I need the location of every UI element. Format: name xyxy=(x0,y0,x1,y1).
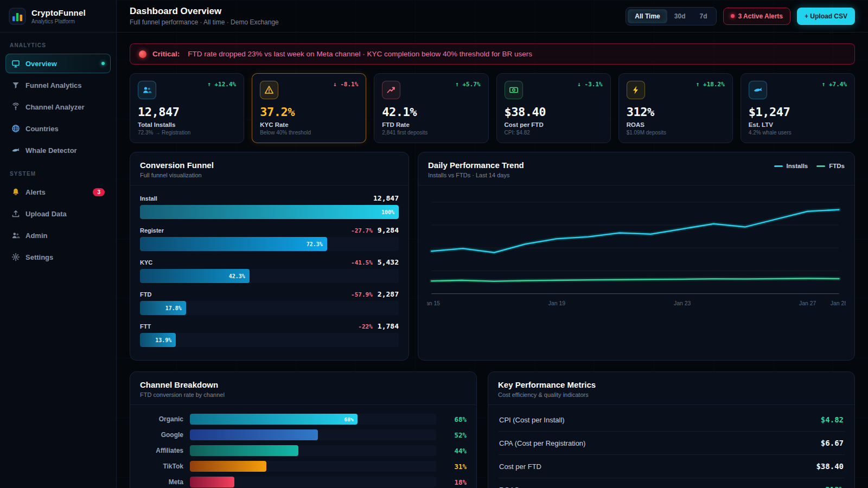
channel-label: Google xyxy=(140,431,183,439)
panel-subtitle: FTD conversion rate by channel xyxy=(140,391,225,398)
sidebar-item-countries[interactable]: Countries xyxy=(5,119,111,138)
kpi-value: 37.2% xyxy=(260,105,358,119)
sidebar-item-funnel-analytics[interactable]: Funnel Analytics xyxy=(5,75,111,95)
stage-value: 5,432 xyxy=(378,258,399,266)
kpi-delta: ↑ +7.4% xyxy=(822,81,847,88)
nav-label: Upload Data xyxy=(25,210,67,218)
kpi-delta: ↓ -8.1% xyxy=(333,81,358,88)
panel-title: Daily Performance Trend xyxy=(428,160,524,170)
svg-text:Jan 23: Jan 23 xyxy=(674,300,691,306)
kpi-delta: ↑ +18.2% xyxy=(696,81,725,88)
stage-change: -41.5% xyxy=(351,259,373,266)
kpi-label: KYC Rate xyxy=(260,121,358,128)
stage-change: -57.9% xyxy=(351,291,373,298)
whale-icon xyxy=(11,146,20,155)
panel-subtitle: Installs vs FTDs · Last 14 days xyxy=(428,172,524,178)
sidebar-item-admin[interactable]: Admin xyxy=(5,226,111,245)
antenna-icon xyxy=(11,102,20,111)
kpi-value: 12,847 xyxy=(138,105,236,119)
upload-csv-button[interactable]: + Upload CSV xyxy=(797,8,855,25)
kpi-value: $1,247 xyxy=(749,105,847,119)
kpi-value: 42.1% xyxy=(382,105,480,119)
metric-label: ROAS xyxy=(499,486,519,488)
stage-change: -22% xyxy=(358,323,373,330)
kpi-delta: ↑ +12.4% xyxy=(207,81,236,88)
stage-label: Register xyxy=(140,227,164,234)
active-alerts-label: 3 Active Alerts xyxy=(738,12,783,20)
legend-installs[interactable]: Installs xyxy=(774,163,808,169)
kpi-sub: CPI: $4.82 xyxy=(505,130,603,136)
metric-value: $6.67 xyxy=(821,439,844,447)
kpi-card-roas: ↑ +18.2% 312% ROAS $1.09M deposits xyxy=(618,73,733,143)
funnel-stage-ftd: FTD-57.9%2,287 17.8% xyxy=(140,290,399,315)
globe-icon xyxy=(11,124,20,133)
tab-30d[interactable]: 30d xyxy=(667,9,693,23)
conversion-funnel-panel: Conversion Funnel Full funnel visualizat… xyxy=(130,152,409,361)
nav-label: Overview xyxy=(25,60,57,68)
funnel-icon xyxy=(11,81,20,89)
metric-label: CPA (Cost per Registration) xyxy=(499,439,585,447)
funnel-bar: 42.3% xyxy=(140,269,250,283)
channel-row-tiktok: TikTok 31% xyxy=(140,461,467,472)
gear-icon xyxy=(11,253,20,261)
critical-icon xyxy=(139,50,146,58)
sidebar-item-upload-data[interactable]: Upload Data xyxy=(5,204,111,223)
stage-label: FTD xyxy=(140,291,151,298)
logo: CryptoFunnel Analytics Platform xyxy=(0,0,116,33)
panel-title: Channel Breakdown xyxy=(140,380,225,389)
funnel-stage-register: Register-27.7%9,284 72.3% xyxy=(140,226,399,251)
main-area: Dashboard Overview Full funnel performan… xyxy=(117,0,868,488)
tab-all-time[interactable]: All Time xyxy=(628,9,667,23)
metric-value: 312% xyxy=(825,485,844,488)
channel-value: 52% xyxy=(443,431,467,439)
warning-icon xyxy=(260,81,278,99)
legend-ftds[interactable]: FTDs xyxy=(816,163,845,169)
page-title: Dashboard Overview xyxy=(130,6,279,17)
tab-7d[interactable]: 7d xyxy=(692,9,714,23)
funnel-stage-install: Install12,847 100% xyxy=(140,194,399,219)
metric-row-cpa: CPA (Cost per Registration) $6.67 xyxy=(498,432,845,455)
legend-label: Installs xyxy=(787,163,808,169)
stage-label: FTT xyxy=(140,323,151,330)
metric-row-cpi: CPI (Cost per Install) $4.82 xyxy=(498,408,845,432)
users-icon xyxy=(11,231,20,240)
funnel-bar: 72.3% xyxy=(140,237,327,251)
nav-label: Settings xyxy=(25,253,53,261)
stage-label: KYC xyxy=(140,259,152,266)
stage-pct: 42.3% xyxy=(229,273,245,279)
kpi-delta: ↓ -3.1% xyxy=(577,81,602,88)
stage-change: -27.7% xyxy=(351,227,373,234)
metric-value: $38.40 xyxy=(816,462,844,471)
kpi-sub: 4.2% whale users xyxy=(749,130,847,136)
kpi-sub: Below 40% threshold xyxy=(260,130,358,136)
sidebar-item-settings[interactable]: Settings xyxy=(5,247,111,267)
stage-pct: 100% xyxy=(381,209,394,215)
kpi-sub: $1.09M deposits xyxy=(627,130,725,136)
panel-title: Key Performance Metrics xyxy=(498,380,596,389)
funnel-bar: 17.8% xyxy=(140,301,186,315)
chart-icon xyxy=(382,81,400,99)
kpi-delta: ↑ +5.7% xyxy=(455,81,480,88)
stage-pct: 13.9% xyxy=(155,337,171,343)
kpi-card-est-ltv: ↑ +7.4% $1,247 Est. LTV 4.2% whale users xyxy=(741,73,855,143)
active-alerts-button[interactable]: 3 Active Alerts xyxy=(723,8,790,25)
kpi-grid: ↑ +12.4% 12,847 Total Installs 72.3% → R… xyxy=(130,73,855,143)
chart-legend: Installs FTDs xyxy=(774,160,845,169)
sidebar-item-whale-detector[interactable]: Whale Detector xyxy=(5,140,111,160)
metric-row-roas: ROAS 312% xyxy=(498,478,845,488)
channel-label: Affiliates xyxy=(140,447,183,454)
banner-severity: Critical: xyxy=(152,50,180,58)
alerts-count-badge: 3 xyxy=(93,188,105,196)
kpi-value: 312% xyxy=(627,105,725,119)
key-performance-metrics-panel: Key Performance Metrics Cost efficiency … xyxy=(488,371,855,488)
sidebar-item-overview[interactable]: Overview xyxy=(5,54,111,73)
sidebar-item-alerts[interactable]: Alerts 3 xyxy=(5,182,111,202)
sidebar: CryptoFunnel Analytics Platform ANALYTIC… xyxy=(0,0,117,488)
panel-subtitle: Cost efficiency & quality indicators xyxy=(498,391,596,398)
svg-text:Jan 28: Jan 28 xyxy=(831,300,846,306)
alert-dot-icon xyxy=(731,14,735,18)
ftds-swatch-icon xyxy=(816,165,825,167)
sidebar-item-channel-analyzer[interactable]: Channel Analyzer xyxy=(5,97,111,117)
metric-label: Cost per FTD xyxy=(499,463,541,471)
channel-label: Meta xyxy=(140,478,183,486)
